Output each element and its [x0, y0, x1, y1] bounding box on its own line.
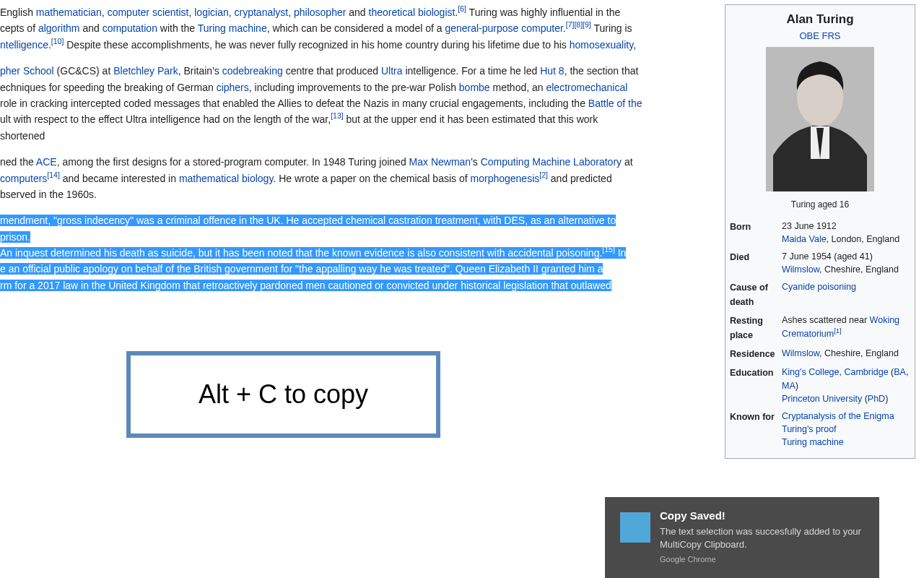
link-computation[interactable]: computation: [103, 22, 157, 34]
link-bletchley[interactable]: Bletchley Park: [113, 65, 178, 77]
link-wilmslow-2[interactable]: Wilmslow: [782, 348, 819, 358]
link-crematorium[interactable]: Crematorium: [782, 329, 834, 339]
link-mathematician[interactable]: mathematician: [36, 7, 102, 18]
ref-2[interactable]: [2]: [539, 171, 548, 179]
link-bombe[interactable]: bombe: [459, 82, 490, 93]
infobox: Alan Turing OBE FRS Turing aged 16 Born …: [725, 4, 915, 459]
label-cause-of-death: Cause of death: [730, 278, 782, 311]
link-ma[interactable]: MA: [782, 381, 796, 391]
link-newman[interactable]: Max Newman: [409, 156, 471, 168]
link-princeton[interactable]: Princeton University: [782, 394, 862, 404]
link-kings[interactable]: King's College, Cambridge: [782, 367, 889, 377]
link-theoretical-biologist[interactable]: theoretical biologist: [369, 7, 456, 18]
infobox-table: Born 23 June 1912Maida Vale, London, Eng…: [730, 217, 910, 451]
toast-body: Copy Saved! The text selection was succe…: [660, 507, 866, 568]
ref-15[interactable]: [15]: [602, 245, 615, 254]
link-woking[interactable]: Woking: [870, 315, 899, 325]
toast-message: The text selection was succesfully added…: [660, 525, 866, 551]
link-philosopher[interactable]: philosopher: [294, 7, 346, 18]
infobox-photo[interactable]: [766, 47, 874, 191]
label-born: Born: [730, 217, 782, 248]
label-known-for: Known for: [730, 407, 782, 451]
link-ace[interactable]: ACE: [36, 156, 57, 168]
toast-source: Google Chrome: [660, 553, 866, 566]
infobox-honors[interactable]: OBE FRS: [730, 29, 910, 44]
shortcut-hint-overlay: Alt + C to copy: [126, 351, 440, 438]
link-cml[interactable]: Computing Machine Laboratory: [481, 156, 622, 168]
link-codebreaking[interactable]: codebreaking: [222, 65, 283, 77]
link-cyanide[interactable]: Cyanide poisoning: [782, 282, 856, 292]
link-homosexuality[interactable]: homosexuality: [570, 39, 633, 51]
link-math-bio[interactable]: mathematical biology: [179, 173, 273, 184]
article-body: English mathematician, computer scientis…: [0, 0, 650, 303]
label-died: Died: [730, 248, 782, 278]
ref-13[interactable]: [13]: [331, 112, 344, 121]
clipboard-icon: [618, 510, 648, 540]
link-computers[interactable]: computers: [0, 173, 47, 184]
paragraph-4-selected: mendment, "gross indecency" was a crimin…: [0, 212, 644, 293]
toast-title: Copy Saved!: [660, 507, 866, 525]
paragraph-2: pher School (GC&CS) at Bletchley Park, B…: [0, 63, 644, 144]
selected-text[interactable]: mendment, "gross indecency" was a crimin…: [0, 215, 626, 291]
link-turing-machine[interactable]: Turing machine: [198, 22, 267, 34]
link-turing-proof[interactable]: Turing's proof: [782, 424, 837, 434]
link-computer-scientist[interactable]: computer scientist: [108, 7, 189, 18]
infobox-caption: Turing aged 16: [730, 198, 910, 212]
ref-10[interactable]: [10]: [51, 37, 64, 46]
link-enigma[interactable]: Cryptanalysis of the Enigma: [782, 411, 894, 421]
ref-8[interactable]: [8]: [574, 21, 583, 30]
link-electromechanical[interactable]: electromechanical: [546, 82, 627, 93]
link-battle[interactable]: Battle of the: [588, 98, 642, 109]
paragraph-3: ned the ACE, among the first designs for…: [0, 154, 644, 202]
link-ciphers[interactable]: ciphers: [217, 82, 249, 93]
link-ultra[interactable]: Ultra: [381, 65, 403, 77]
link-gp-computer[interactable]: general-purpose computer: [445, 22, 562, 34]
link-maida-vale[interactable]: Maida Vale: [782, 234, 827, 244]
label-education: Education: [730, 363, 782, 407]
label-resting-place: Resting place: [730, 311, 782, 345]
link-intelligence[interactable]: ntelligence: [0, 39, 48, 51]
label-residence: Residence: [730, 345, 782, 363]
ref-6[interactable]: [6]: [458, 4, 466, 13]
ref-14[interactable]: [14]: [47, 171, 60, 179]
link-logician[interactable]: logician: [194, 7, 228, 18]
paragraph-1: English mathematician, computer scientis…: [0, 4, 644, 53]
ref-9[interactable]: [9]: [583, 21, 591, 30]
link-wilmslow[interactable]: Wilmslow: [782, 264, 819, 275]
link-morphogenesis[interactable]: morphogenesis: [471, 173, 540, 184]
link-school[interactable]: pher School: [0, 65, 54, 77]
ref-1[interactable]: [1]: [834, 327, 841, 334]
link-hut8[interactable]: Hut 8: [540, 65, 564, 77]
notification-toast[interactable]: Copy Saved! The text selection was succe…: [605, 497, 879, 578]
link-ba[interactable]: BA: [894, 367, 906, 377]
shortcut-hint-text: Alt + C to copy: [199, 374, 368, 415]
infobox-title: Alan Turing: [730, 8, 910, 29]
link-cryptanalyst[interactable]: cryptanalyst: [235, 7, 289, 18]
link-phd[interactable]: PhD: [868, 394, 885, 404]
ref-7[interactable]: [7]: [566, 21, 575, 30]
link-algorithm[interactable]: algorithm: [38, 22, 80, 34]
link-turing-machine-2[interactable]: Turing machine: [782, 437, 844, 447]
